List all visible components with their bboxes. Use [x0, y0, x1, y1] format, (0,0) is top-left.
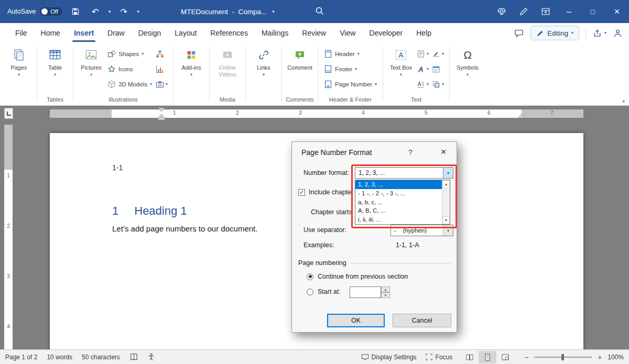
text-box-button[interactable]: A Text Box ▾: [387, 45, 415, 77]
add-ins-button[interactable]: Add-ins ▾: [177, 45, 205, 77]
vertical-ruler[interactable]: 1 2 3 4: [4, 125, 13, 349]
comments-button[interactable]: [514, 28, 524, 38]
zoom-out-button[interactable]: −: [523, 353, 530, 361]
accessibility-checker-button[interactable]: [147, 352, 156, 361]
left-indent-marker[interactable]: [158, 118, 165, 120]
comment-button[interactable]: Comment: [286, 45, 314, 71]
list-option[interactable]: - 1 -, - 2 -, - 3 -, ...: [355, 189, 450, 198]
read-mode-button[interactable]: [461, 351, 479, 363]
print-layout-button[interactable]: [479, 351, 496, 363]
shapes-button[interactable]: Shapes ▾: [105, 46, 154, 61]
pages-button[interactable]: Pages ▾: [5, 45, 33, 77]
wordart-button[interactable]: A ▾: [415, 61, 430, 76]
scroll-down-icon[interactable]: ▼: [442, 216, 450, 224]
screenshot-button[interactable]: ▾: [154, 76, 169, 92]
separator-combobox[interactable]: - (hyphen) ▾: [391, 225, 453, 236]
maximize-button[interactable]: □: [581, 0, 605, 23]
3d-models-button[interactable]: 3D Models ▾: [105, 76, 154, 92]
dialog-close-button[interactable]: ×: [437, 146, 450, 158]
hanging-indent-marker[interactable]: [158, 114, 165, 118]
tab-view[interactable]: View: [333, 23, 362, 43]
tab-draw[interactable]: Draw: [101, 23, 132, 43]
page-indicator[interactable]: Page 1 of 2: [5, 354, 37, 361]
dialog-help-button[interactable]: ?: [408, 148, 413, 157]
tab-mailings[interactable]: Mailings: [255, 23, 295, 43]
share-button[interactable]: ▾: [592, 28, 606, 38]
minimize-button[interactable]: ─: [557, 0, 581, 23]
horizontal-ruler[interactable]: 1 1 2 3 4 5 6 7: [50, 109, 583, 118]
radio-unselected-icon[interactable]: [307, 289, 313, 295]
quick-parts-button[interactable]: ▾: [415, 46, 430, 61]
number-format-listbox[interactable]: 1, 2, 3, ... - 1 -, - 2 -, - 3 -, ... a,…: [355, 180, 450, 225]
autosave-toggle[interactable]: AutoSave Off: [7, 7, 62, 16]
zoom-slider-handle[interactable]: [561, 354, 564, 360]
focus-button[interactable]: Focus: [425, 353, 453, 361]
collapse-ribbon-button[interactable]: ▴: [622, 98, 625, 103]
start-at-spinner[interactable]: ▲ ▼: [381, 286, 390, 298]
undo-button[interactable]: ↶: [89, 5, 102, 18]
tab-home[interactable]: Home: [34, 23, 67, 43]
ribbon-display-options-button[interactable]: [535, 0, 557, 23]
scroll-up-icon[interactable]: ▲: [442, 180, 450, 188]
search-button[interactable]: [314, 6, 326, 17]
page-number-button[interactable]: Page Number ▾: [322, 76, 379, 92]
radio-selected-icon[interactable]: [307, 273, 313, 280]
table-button[interactable]: Table ▾: [41, 45, 69, 77]
zoom-level[interactable]: 100%: [608, 354, 624, 361]
start-at-radio[interactable]: Start at:: [307, 288, 341, 295]
drop-cap-button[interactable]: A ▾: [415, 76, 430, 92]
tab-review[interactable]: Review: [295, 23, 333, 43]
undo-dropdown-chevron-icon[interactable]: ▾: [109, 9, 111, 14]
chart-button[interactable]: [154, 61, 169, 76]
date-time-button[interactable]: [430, 61, 446, 76]
coming-soon-button[interactable]: [491, 0, 513, 23]
character-count[interactable]: 50 characters: [82, 354, 120, 361]
start-at-input[interactable]: [350, 286, 381, 298]
smartart-button[interactable]: [154, 46, 169, 61]
cancel-button[interactable]: Cancel: [393, 314, 451, 327]
links-button[interactable]: Links ▾: [250, 45, 278, 77]
tab-developer[interactable]: Developer: [362, 23, 409, 43]
proofing-check-button[interactable]: [129, 352, 138, 361]
autosave-switch[interactable]: Off: [40, 7, 62, 16]
sign-in-button[interactable]: [613, 28, 623, 38]
first-line-indent-marker[interactable]: [158, 108, 165, 112]
include-chapter-checkbox[interactable]: ✓ Include chapte: [298, 189, 351, 196]
combo-dropdown-button[interactable]: ▾: [443, 168, 453, 178]
object-button[interactable]: ▾: [430, 76, 446, 92]
tab-stop-selector[interactable]: [4, 108, 13, 119]
tab-layout[interactable]: Layout: [168, 23, 203, 43]
redo-button[interactable]: ↷: [117, 5, 131, 18]
tab-references[interactable]: References: [203, 23, 255, 43]
ok-button[interactable]: OK: [327, 314, 385, 327]
tab-file[interactable]: File: [8, 23, 34, 43]
list-option[interactable]: a, b, c, ...: [355, 198, 450, 207]
listbox-scrollbar[interactable]: ▲ ▼: [442, 180, 450, 224]
display-settings-button[interactable]: Display Settings: [361, 353, 417, 361]
tab-design[interactable]: Design: [132, 23, 168, 43]
signature-line-button[interactable]: ▾: [430, 46, 446, 61]
tab-help[interactable]: Help: [409, 23, 438, 43]
tab-insert[interactable]: Insert: [67, 23, 101, 43]
editing-mode-button[interactable]: Editing ▾: [530, 26, 579, 40]
inking-button[interactable]: [513, 0, 535, 23]
web-layout-button[interactable]: [496, 351, 514, 363]
document-title-button[interactable]: MTEDocument - Compa... ▾: [181, 0, 275, 23]
word-count[interactable]: 10 words: [47, 354, 72, 361]
list-option-selected[interactable]: 1, 2, 3, ...: [355, 180, 450, 189]
number-format-combobox[interactable]: 1, 2, 3, ... ▾: [355, 167, 453, 179]
scroll-track[interactable]: [442, 188, 450, 216]
right-indent-marker[interactable]: [518, 114, 525, 118]
save-button[interactable]: [69, 5, 82, 18]
continue-radio[interactable]: Continue from previous section: [307, 273, 408, 280]
zoom-in-button[interactable]: +: [596, 353, 603, 361]
pictures-button[interactable]: Pictures ▾: [77, 45, 105, 77]
header-button[interactable]: Header ▾: [322, 46, 379, 61]
list-option[interactable]: i, ii, iii, ...: [355, 215, 450, 224]
icons-button[interactable]: Icons: [105, 61, 154, 76]
customize-qat-chevron-icon[interactable]: ▾: [137, 9, 139, 14]
spinner-up-icon[interactable]: ▲: [381, 286, 390, 292]
zoom-slider[interactable]: [534, 357, 592, 358]
footer-button[interactable]: Footer ▾: [322, 61, 379, 76]
close-window-button[interactable]: ×: [605, 0, 629, 23]
